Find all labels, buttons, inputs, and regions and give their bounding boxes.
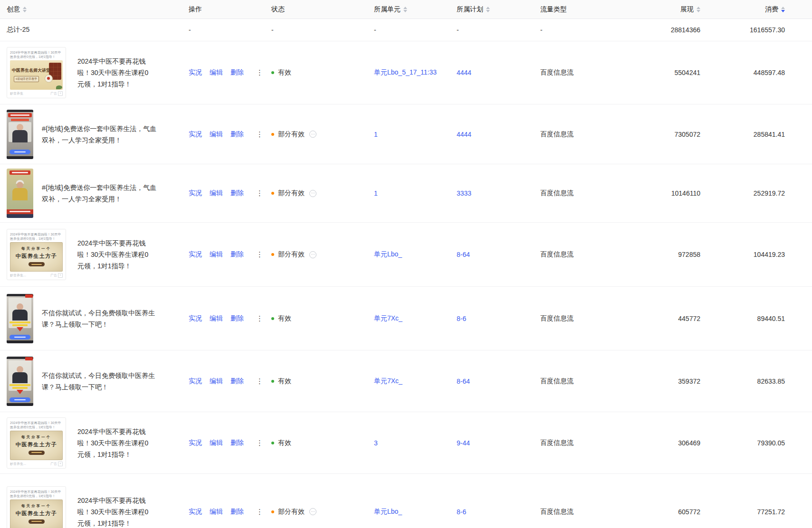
video-bottom-strip [7,156,33,159]
sort-icon[interactable] [23,7,27,12]
unit-link[interactable]: 1 [374,189,378,197]
column-header-creative[interactable]: 创意 [7,5,189,14]
table-row: #{地域}免费送你一套中医养生法，气血双补，一人学习全家受用！ 实况 编辑 删除… [0,164,812,223]
plan-link[interactable]: 9-44 [457,439,470,447]
thumb-cta-graphic [29,519,45,524]
plan-cell: 4444 [457,69,540,76]
unit-link[interactable]: 单元7Xc_ [374,314,402,322]
more-actions-button[interactable]: ⋮ [256,377,263,386]
live-button[interactable]: 实况 [189,189,202,198]
red-subbanner-graphic [11,119,29,121]
unit-link[interactable]: 3 [374,439,378,447]
plan-link[interactable]: 4444 [457,131,471,138]
column-header-impressions[interactable]: 展现 [618,5,700,14]
plan-link[interactable]: 8-64 [457,251,470,258]
delete-button[interactable]: 删除 [230,68,244,77]
more-actions-button[interactable]: ⋮ [256,508,263,516]
plan-link[interactable]: 4444 [457,69,471,76]
edit-button[interactable]: 编辑 [210,377,223,386]
delete-button[interactable]: 删除 [230,508,244,516]
thumb-image: 每天分享一个 中医养生土方子 [10,431,63,460]
live-button[interactable]: 实况 [189,439,202,447]
ops-cell: 实况 编辑 删除 ⋮ [189,439,271,447]
live-button[interactable]: 实况 [189,377,202,386]
edit-button[interactable]: 编辑 [210,130,223,139]
delete-button[interactable]: 删除 [230,189,244,198]
creative-thumbnail[interactable] [7,357,33,406]
sort-icon[interactable] [403,7,407,12]
plan-link[interactable]: 3333 [457,189,471,197]
column-header-plan[interactable]: 所属计划 [457,5,540,14]
totals-ops: - [189,26,271,34]
ad-close-icon[interactable]: × [58,273,63,278]
table-row: 2024学中医不要再花钱啦！30天中医养生课程0元领，1对1指导！ 每天分享一个… [0,223,812,287]
creative-thumbnail[interactable] [7,294,33,343]
creative-thumbnail[interactable]: 2024学中医不要再花钱啦！30天中医养生课程0元领，1对1指导！ 每天分享一个… [7,417,66,469]
more-actions-button[interactable]: ⋮ [256,130,263,139]
unit-link[interactable]: 单元Lbo_ [374,508,402,515]
edit-button[interactable]: 编辑 [210,250,223,259]
edit-button[interactable]: 编辑 [210,439,223,447]
delete-button[interactable]: 删除 [230,314,244,323]
ops-cell: 实况 编辑 删除 ⋮ [189,189,271,198]
unit-link[interactable]: 单元7Xc_ [374,377,402,385]
status-info-icon[interactable] [309,508,316,515]
live-button[interactable]: 实况 [189,68,202,77]
creative-title: 不信你就试试，今日免费领取中医养生课？马上领取一下吧！ [42,307,160,330]
sort-icon[interactable] [697,7,700,12]
creative-thumbnail[interactable] [7,110,33,159]
edit-button[interactable]: 编辑 [210,314,223,323]
ad-close-icon[interactable]: × [58,91,63,96]
status-info-icon[interactable] [309,251,316,258]
totals-unit: - [374,26,457,34]
sort-icon[interactable] [486,7,490,12]
table-row: 2024学中医不要再花钱啦！30天中医养生课程0元领，1对1指导！ 中医养生名师… [0,41,812,104]
live-button[interactable]: 实况 [189,508,202,516]
impressions-value: 445772 [618,315,700,322]
video-bottom-strip [7,403,33,406]
delete-button[interactable]: 删除 [230,377,244,386]
plan-link[interactable]: 8-6 [457,508,466,516]
delete-button[interactable]: 删除 [230,130,244,139]
status-label: 部分有效 [278,508,305,516]
unit-link[interactable]: 单元Lbo_5_17_11:33 [374,68,437,76]
impressions-value: 7305072 [618,131,700,138]
column-label: 创意 [7,5,20,14]
sort-icon-active-desc[interactable] [781,7,785,12]
creative-thumbnail[interactable] [7,169,33,218]
live-button[interactable]: 实况 [189,250,202,259]
creative-thumbnail[interactable]: 2024学中医不要再花钱啦！30天中医养生课程0元领，1对1指导！ 每天分享一个… [7,486,66,528]
unit-link[interactable]: 1 [374,131,378,138]
creative-thumbnail[interactable]: 2024学中医不要再花钱啦！30天中医养生课程0元领，1对1指导！ 中医养生名师… [7,47,66,98]
column-header-cost[interactable]: 消费 [700,5,785,14]
more-actions-button[interactable]: ⋮ [256,68,263,77]
delete-button[interactable]: 删除 [230,250,244,259]
status-cell: 部分有效 [271,250,374,259]
unit-link[interactable]: 单元Lbo_ [374,250,402,258]
plan-link[interactable]: 8-64 [457,377,470,385]
traffic-type: 百度信息流 [540,68,618,77]
cost-value: 89440.51 [700,315,785,322]
status-info-icon[interactable] [309,131,316,138]
status-info-icon[interactable] [309,190,316,197]
more-actions-button[interactable]: ⋮ [256,439,263,447]
live-button[interactable]: 实况 [189,130,202,139]
delete-button[interactable]: 删除 [230,439,244,447]
plan-link[interactable]: 8-6 [457,315,466,322]
column-header-unit[interactable]: 所属单元 [374,5,457,14]
creative-thumbnail[interactable]: 2024学中医不要再花钱啦！30天中医养生课程0元领，1对1指导！ 每天分享一个… [7,229,66,280]
cta-button-graphic [10,335,30,339]
ad-close-icon[interactable]: × [58,462,63,466]
more-actions-button[interactable]: ⋮ [256,314,263,323]
edit-button[interactable]: 编辑 [210,508,223,516]
unit-cell: 单元7Xc_ [374,377,457,386]
red-arrow-graphic [17,390,23,394]
more-actions-button[interactable]: ⋮ [256,189,263,198]
edit-button[interactable]: 编辑 [210,189,223,198]
live-button[interactable]: 实况 [189,314,202,323]
edit-button[interactable]: 编辑 [210,68,223,77]
thumb-image: 中医养生名师大讲堂 0基础手把手教学 [10,60,63,90]
more-actions-button[interactable]: ⋮ [256,250,263,259]
column-header-ops: 操作 [189,5,271,14]
cost-value: 448597.48 [700,69,785,76]
